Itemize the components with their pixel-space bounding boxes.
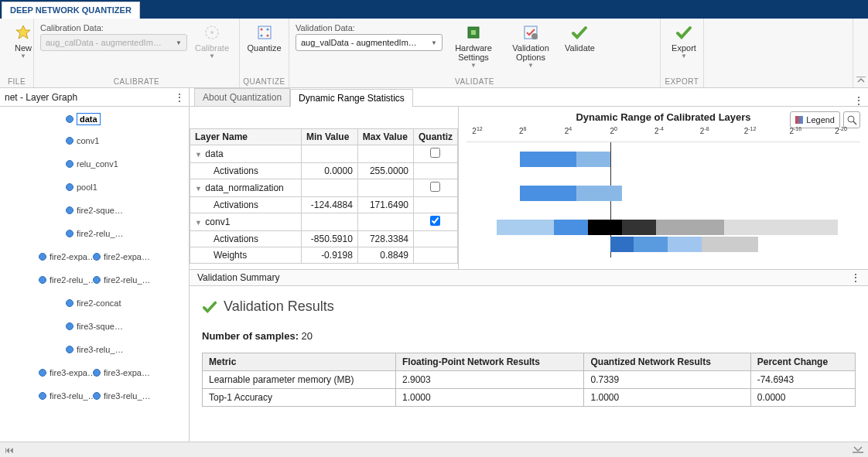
axis-tick: 2-16 [789,126,801,135]
node-label: relu_conv1 [77,159,118,169]
validation-data-label: Validation Data: [296,23,443,32]
chart-segment [588,220,622,235]
stats-table[interactable]: Layer NameMin ValueMax ValueQuantiz▼ dat… [190,128,458,264]
tab-dynamic-range-stats[interactable]: Dynamic Range Statistics [290,89,413,107]
layer-node[interactable]: fire3-expa… [39,368,96,377]
layer-node[interactable]: fire2-relu_… [66,229,124,238]
node-circle-icon [93,369,101,377]
node-circle-icon [93,276,101,284]
status-bar: ⏮ [0,442,868,457]
validation-options-button[interactable]: Validation Options ▼ [504,22,557,70]
node-label: fire2-expa… [50,252,96,261]
validation-results: Validation Results Number of samples: 20… [190,286,868,414]
chart-segment [520,152,576,167]
chip-icon [464,23,483,42]
check-icon [202,299,217,315]
tab-about-quantization[interactable]: About Quantization [194,88,290,106]
export-button[interactable]: Export ▼ [667,22,701,61]
layer-node[interactable]: fire2-relu_… [39,275,97,285]
node-circle-icon [93,392,101,400]
chevron-down-icon: ▼ [470,62,477,69]
svg-point-2 [210,31,214,34]
stats-group-row[interactable]: ▼ conv1 [190,213,458,231]
layer-node[interactable]: fire3-expa… [93,368,150,377]
chart-segment [656,220,724,235]
validate-button[interactable]: Validate [562,22,598,54]
chart-segment [610,237,633,252]
layer-graph-menu[interactable]: ⋮ [175,92,184,103]
stats-group-row[interactable]: ▼ data_normalization [190,179,458,197]
results-row: Top-1 Accuracy1.00001.00000.0000 [203,389,856,407]
calibrate-button[interactable]: Calibrate ▼ [192,22,232,61]
calibration-data-select[interactable]: aug_calData - augmentedIm… ▼ [40,34,187,51]
axis-tick: 2-12 [744,126,757,135]
quantize-checkbox[interactable] [430,182,440,192]
axis-tick: 2-4 [654,126,664,135]
node-label: fire3-relu_… [50,391,97,401]
quantize-checkbox[interactable] [430,148,440,158]
chart-segment [622,220,656,235]
quantize-icon [255,23,274,42]
stats-group-row[interactable]: ▼ data [190,145,458,163]
node-circle-icon [39,392,46,400]
layer-node[interactable]: fire3-relu_… [93,391,151,401]
layer-graph[interactable]: dataconv1relu_conv1pool1fire2-sque…fire2… [0,107,189,442]
layer-node[interactable]: fire3-sque… [66,322,123,331]
node-label: data [77,113,101,125]
app-title-tab: DEEP NETWORK QUANTIZER [2,2,140,19]
results-row: Learnable parameter memory (MB)2.90030.7… [203,371,856,389]
chart-segment [520,186,576,201]
chart-segment [724,220,838,235]
axis-tick: 24 [565,126,572,135]
chevron-down-icon: ▼ [431,39,437,46]
svg-point-5 [266,29,268,31]
layer-node[interactable]: data [66,113,101,125]
layer-node[interactable]: fire2-sque… [66,206,123,215]
node-label: fire3-expa… [50,368,96,377]
layer-node[interactable]: relu_conv1 [66,159,118,169]
layer-node[interactable]: fire2-expa… [39,252,96,261]
validation-data-select[interactable]: aug_valData - augmentedIm… ▼ [296,34,443,51]
node-circle-icon [66,206,73,214]
right-tabs: About Quantization Dynamic Range Statist… [190,88,868,107]
chart-segment [497,220,553,235]
node-circle-icon [66,137,73,145]
node-label: fire2-expa… [104,252,150,261]
node-label: fire2-concat [77,298,121,308]
svg-rect-3 [258,26,271,39]
layer-node[interactable]: fire2-relu_… [93,275,151,285]
quantize-checkbox[interactable] [430,216,440,226]
main-area: net - Layer Graph ⋮ dataconv1relu_conv1p… [0,88,868,442]
new-icon [14,23,32,42]
layer-node[interactable]: fire2-expa… [93,252,150,261]
node-label: conv1 [77,136,99,145]
layer-node[interactable]: conv1 [66,136,99,145]
go-to-start-icon[interactable]: ⏮ [5,445,14,455]
collapse-down-icon[interactable] [853,445,863,455]
axis-tick: 212 [472,126,482,135]
node-circle-icon [66,183,73,191]
node-label: pool1 [77,182,97,192]
validation-summary-menu[interactable]: ⋮ [851,272,860,283]
node-circle-icon [66,346,73,353]
legend-swatch-icon [795,116,803,124]
svg-point-12 [848,116,854,122]
tabs-menu[interactable]: ⋮ [854,95,868,106]
chart-segment [668,237,702,252]
node-circle-icon [66,230,73,237]
layer-node[interactable]: fire3-relu_… [39,391,97,401]
gear-check-icon [521,23,540,42]
quantize-button[interactable]: Quantize [246,22,282,54]
svg-point-4 [260,29,262,31]
layer-node[interactable]: pool1 [66,182,97,192]
chart-segment [634,237,668,252]
hardware-settings-button[interactable]: Hardware Settings ▼ [447,22,500,70]
node-label: fire2-sque… [77,206,123,215]
layer-node[interactable]: fire2-concat [66,298,121,308]
export-check-icon [675,23,693,42]
validation-summary-header: Validation Summary ⋮ [190,269,868,286]
ribbon-collapse-button[interactable] [853,19,868,87]
axis-tick: 20 [610,126,617,135]
svg-marker-0 [16,26,30,39]
layer-node[interactable]: fire3-relu_… [66,345,124,354]
